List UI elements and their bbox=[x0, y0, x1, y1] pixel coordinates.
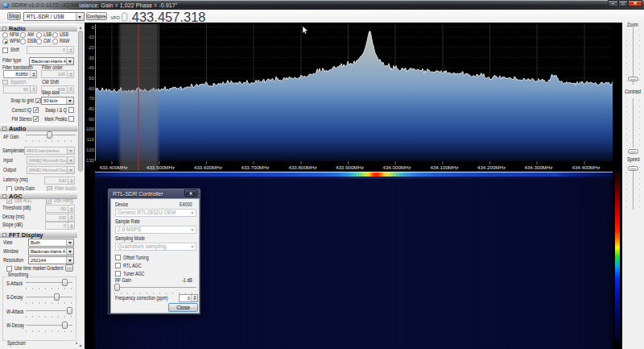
svg-text:434.200MHz: 434.200MHz bbox=[477, 164, 506, 170]
svg-text:-130: -130 bbox=[85, 158, 94, 163]
svg-text:-20: -20 bbox=[88, 45, 94, 50]
svg-text:434.000MHz: 434.000MHz bbox=[382, 164, 411, 170]
svg-text:433.700MHz: 433.700MHz bbox=[241, 164, 269, 170]
svg-text:-120: -120 bbox=[85, 147, 94, 152]
svg-text:433.400MHz: 433.400MHz bbox=[99, 164, 127, 170]
svg-text:-50: -50 bbox=[88, 76, 94, 81]
svg-text:433.600MHz: 433.600MHz bbox=[194, 164, 222, 170]
svg-text:433.500MHz: 433.500MHz bbox=[147, 164, 175, 170]
svg-text:-80: -80 bbox=[88, 106, 94, 111]
svg-text:433.800MHz: 433.800MHz bbox=[288, 164, 316, 170]
svg-text:434.400MHz: 434.400MHz bbox=[572, 164, 600, 170]
svg-text:-100: -100 bbox=[85, 127, 94, 131]
svg-text:433.900MHz: 433.900MHz bbox=[336, 164, 364, 170]
svg-text:-30: -30 bbox=[88, 56, 94, 60]
svg-text:-110: -110 bbox=[85, 137, 94, 142]
svg-text:-90: -90 bbox=[88, 117, 94, 122]
svg-text:434.100MHz: 434.100MHz bbox=[430, 164, 458, 170]
svg-text:434.300MHz: 434.300MHz bbox=[524, 164, 552, 170]
svg-text:-60: -60 bbox=[88, 86, 94, 91]
svg-text:-70: -70 bbox=[88, 96, 94, 101]
svg-text:-10: -10 bbox=[88, 35, 94, 39]
svg-text:-40: -40 bbox=[88, 65, 94, 70]
svg-text:0: 0 bbox=[92, 25, 94, 30]
